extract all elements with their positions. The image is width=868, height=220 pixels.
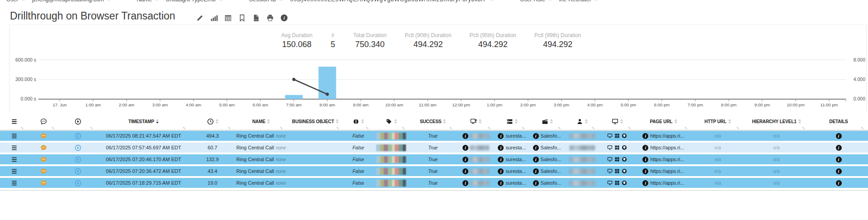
remove-filter-icon[interactable]: ✕ [548, 0, 552, 2]
info-icon[interactable]: i [836, 157, 842, 163]
remove-filter-icon[interactable]: ✕ [21, 0, 25, 2]
hamburger-icon[interactable] [11, 168, 18, 175]
filter-chip-session-id[interactable]: Session ID✕ 00Dj40000002E5WAQEANQJWgVgbW… [249, 0, 494, 3]
info-icon[interactable]: i [642, 145, 648, 151]
column-header-duration[interactable] [190, 115, 235, 128]
sort-arrows[interactable] [675, 119, 677, 124]
bookmark-icon[interactable] [238, 14, 246, 22]
sort-arrows[interactable] [798, 119, 801, 124]
info-icon[interactable]: i [280, 14, 288, 22]
column-header-device[interactable] [599, 115, 635, 128]
edit-pencil-icon[interactable] [196, 14, 204, 22]
sort-arrows[interactable] [394, 119, 397, 124]
remove-filter-icon[interactable]: ✕ [491, 0, 494, 2]
column-header-success[interactable]: SUCCESS [409, 115, 457, 128]
chart-line-point[interactable] [292, 78, 296, 81]
play-icon[interactable] [75, 156, 81, 163]
sort-arrows[interactable] [728, 119, 731, 124]
hamburger-icon[interactable] [11, 156, 18, 163]
info-icon[interactable]: i [462, 180, 468, 186]
comment-filled-icon[interactable] [40, 180, 47, 187]
sort-arrows[interactable] [267, 119, 270, 124]
column-header-page_url[interactable]: PAGE URL [635, 115, 692, 128]
column-header-error[interactable] [344, 115, 373, 128]
filter-chip-user[interactable]: User✕ jzheng@medprostaffing.com✕ [6, 0, 111, 3]
column-header-http_url[interactable]: HTTP URL [692, 115, 744, 128]
info-icon[interactable]: i [462, 145, 468, 151]
filter-chip-name[interactable]: Name✕ Uncaught TypeError✕ [137, 0, 223, 3]
table-row[interactable]: 06/17/2025 07:18:29.715 AM EDT19.0Ring C… [0, 178, 868, 188]
table-row[interactable]: 06/17/2025 08:21:47.547 AM EDT494.3Ring … [0, 131, 868, 141]
info-icon[interactable]: i [462, 168, 468, 174]
column-header-name[interactable]: NAME [235, 115, 287, 128]
remove-filter-icon[interactable]: ✕ [594, 0, 598, 2]
info-icon[interactable]: i [498, 133, 504, 139]
sort-arrows[interactable] [620, 119, 623, 124]
info-icon[interactable]: i [462, 133, 468, 139]
chart-bar[interactable] [285, 95, 303, 99]
info-icon[interactable]: i [533, 168, 539, 174]
column-header-tags[interactable] [373, 115, 409, 128]
sort-arrows[interactable] [479, 119, 481, 124]
info-icon[interactable]: i [642, 133, 648, 139]
table-row[interactable]: 06/17/2025 07:20:46.170 AM EDT132.9Ring … [0, 154, 868, 164]
info-icon[interactable]: i [642, 168, 648, 174]
column-header-server[interactable] [495, 115, 529, 128]
info-icon[interactable]: i [836, 168, 842, 174]
hamburger-icon[interactable] [11, 133, 18, 139]
column-header-client[interactable] [457, 115, 495, 128]
chart-bars-icon[interactable] [210, 14, 218, 22]
remove-filter-icon[interactable]: ✕ [155, 0, 159, 2]
filter-chip-user-role[interactable]: User Role✕ Int. Recruiter✕ [520, 0, 598, 3]
play-icon[interactable] [75, 168, 81, 175]
play-icon[interactable] [75, 133, 81, 139]
sort-arrows[interactable] [156, 119, 159, 124]
column-header-hierarchy_level1[interactable]: HIERARCHY LEVEL1 [744, 115, 809, 128]
remove-filter-icon[interactable]: ✕ [219, 0, 223, 2]
sort-arrows[interactable] [216, 119, 218, 124]
sort-arrows[interactable] [550, 119, 553, 124]
remove-filter-icon[interactable]: ✕ [279, 0, 283, 2]
info-icon[interactable]: i [836, 145, 842, 151]
info-icon[interactable]: i [498, 157, 504, 163]
column-header-user[interactable] [565, 115, 599, 128]
comment-filled-icon[interactable] [40, 144, 47, 151]
info-icon[interactable]: i [533, 133, 539, 139]
chart-line-point[interactable] [326, 93, 329, 96]
hamburger-icon[interactable] [11, 144, 18, 151]
remove-filter-icon[interactable]: ✕ [107, 0, 111, 2]
table-row[interactable]: 06/17/2025 07:20:36.472 AM EDT43.4Ring C… [0, 166, 868, 176]
calendar-grid-icon[interactable] [224, 14, 232, 22]
info-icon[interactable]: i [498, 168, 504, 174]
info-icon[interactable]: i [498, 145, 504, 151]
redacted-text [470, 181, 489, 186]
info-icon[interactable]: i [533, 157, 539, 163]
table-row[interactable]: 06/17/2025 07:57:45.697 AM EDT60.7Ring C… [0, 143, 868, 153]
comment-filled-icon[interactable] [40, 133, 47, 139]
hamburger-icon[interactable] [11, 180, 18, 187]
sort-arrows[interactable] [585, 119, 588, 124]
play-icon[interactable] [75, 144, 81, 151]
comment-filled-icon[interactable] [40, 156, 47, 163]
info-icon[interactable]: i [642, 157, 648, 163]
info-icon[interactable]: i [836, 180, 842, 186]
sort-arrows[interactable] [515, 119, 518, 124]
info-icon[interactable]: i [533, 145, 539, 151]
play-icon[interactable] [75, 180, 81, 187]
column-header-technology[interactable] [529, 115, 565, 128]
sort-arrows[interactable] [443, 119, 446, 124]
comment-filled-icon[interactable] [40, 168, 47, 175]
info-icon[interactable]: i [836, 133, 842, 139]
sort-arrows[interactable] [336, 119, 339, 124]
http-url-text: n/a [715, 181, 721, 186]
info-icon[interactable]: i [642, 180, 648, 186]
export-csv-icon[interactable]: csv [252, 14, 260, 22]
info-icon[interactable]: i [498, 180, 504, 186]
print-icon[interactable] [266, 14, 274, 22]
sort-arrows[interactable] [361, 119, 364, 124]
info-icon[interactable]: i [462, 157, 468, 163]
column-header-business_object[interactable]: BUSINESS OBJECT [287, 115, 344, 128]
column-header-timestamp[interactable]: TIMESTAMP [97, 115, 190, 128]
info-icon[interactable]: i [533, 180, 539, 186]
cell-device [599, 143, 635, 153]
